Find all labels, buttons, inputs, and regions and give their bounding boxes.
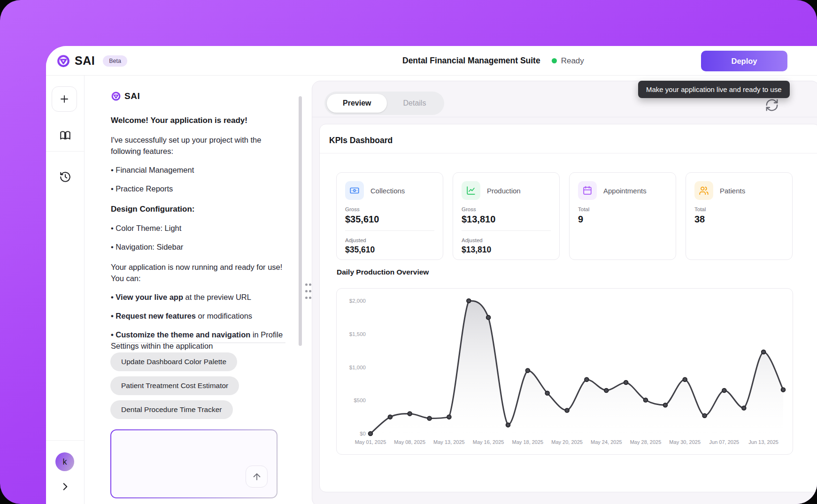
preview-tabs: Preview Details [324,92,444,115]
user-avatar[interactable]: k [55,452,74,471]
chat-brand-name: SAI [124,91,140,101]
kpi-divider [345,230,434,231]
library-book-icon[interactable] [59,130,71,142]
list-item: • Practice Reports [111,183,288,195]
kpi-card-production: ProductionGross$13,810Adjusted$13,810 [453,172,560,260]
dashboard-divider [320,153,817,153]
new-chat-button[interactable] [52,86,77,112]
chevron-right-icon[interactable] [59,481,71,493]
x-tick-label: May 24, 2025 [591,439,622,445]
preview-panel: Preview Details KPIs Dashboard Collectio… [312,81,817,504]
chart-point [526,368,530,373]
chart-point [545,391,549,395]
status-indicator: Ready [552,56,584,66]
history-icon[interactable] [59,171,71,183]
banknote-icon [345,181,364,200]
deploy-tooltip: Make your application live and ready to … [638,81,790,98]
welcome-heading: Welcome! Your application is ready! [111,115,288,127]
plus-icon [59,93,70,105]
chart-point [467,299,471,303]
capability-item: • Request new features or modifications [111,310,288,322]
kpi-metric-label: Total [694,206,784,212]
chart-point [762,350,766,354]
app-surface: SAI Beta Dental Financial Management Sui… [46,46,817,504]
capability-item: • View your live app at the preview URL [111,291,288,303]
chart-point [624,381,628,385]
sai-logo-icon-small [111,91,121,101]
design-list: • Color Theme: Light• Navigation: Sideba… [111,222,288,253]
kpi-card-patients: PatientsTotal38 [686,172,793,260]
x-tick-label: May 20, 2025 [551,439,583,445]
chart-line-icon [462,181,480,200]
brand-logo: SAI Beta [56,46,127,76]
y-tick-label: $1,500 [349,331,366,337]
app-window: SAI Beta Dental Financial Management Sui… [0,0,817,504]
kpi-label: Collections [370,187,405,195]
kpi-card-appointments: AppointmentsTotal9 [569,172,676,260]
y-tick-label: $2,000 [349,298,366,304]
list-item: • Financial Management [111,164,288,176]
suggestion-chip[interactable]: Update Dashboard Color Palette [110,352,237,371]
kpi-metric-value: 9 [578,214,667,225]
refresh-icon[interactable] [765,98,779,112]
kpi-card-collections: CollectionsGross$35,610Adjusted$35,610 [336,172,443,260]
chart-point [702,414,707,418]
kpi-label: Patients [720,187,745,195]
chart-point [506,423,510,427]
daily-production-chart: $0$500$1,000$1,500$2,000May 01, 2025May … [336,288,793,455]
chart-point [585,377,589,382]
status-label: Ready [561,56,584,66]
chat-input[interactable] [116,434,247,494]
y-tick-label: $1,000 [349,365,366,370]
send-button[interactable] [246,466,268,488]
dashboard-title: KPIs Dashboard [329,136,393,145]
x-tick-label: May 08, 2025 [394,439,425,445]
chart-point [722,389,726,393]
kpi-metric-label: Gross [345,206,434,212]
intro-text: I've successfully set up your project wi… [111,134,288,158]
kpi-metric-value: $35,610 [345,214,434,225]
icon-rail: k [46,76,85,504]
x-tick-label: May 13, 2025 [433,439,465,445]
area-chart: $0$500$1,000$1,500$2,000May 01, 2025May … [337,289,793,454]
x-tick-label: May 01, 2025 [355,439,386,445]
chart-point [486,315,491,320]
tab-preview[interactable]: Preview [327,94,387,113]
deploy-button[interactable]: Deploy [701,51,787,71]
feature-list: • Financial Management• Practice Reports [111,164,288,195]
kpi-divider [462,230,551,231]
rail-divider [46,151,84,152]
kpi-metric-value: $13,810 [462,214,551,225]
arrow-up-icon [252,472,262,482]
chart-section-title: Daily Production Overview [337,268,429,276]
chart-point [683,377,687,382]
kpi-metric-label: Total [578,206,667,212]
list-item: • Color Theme: Light [111,222,288,234]
chart-point [447,415,451,419]
kpi-metric-label: Gross [462,206,551,212]
sai-logo-icon [56,54,70,68]
chart-point [742,406,746,410]
tab-details[interactable]: Details [387,94,442,113]
status-dot [552,58,557,63]
kpi-metric-value: $35,610 [345,245,434,255]
chart-point [408,412,412,416]
design-heading: Design Configuration: [111,203,288,215]
app-preview-frame: KPIs Dashboard CollectionsGross$35,610Ad… [319,124,817,492]
message-divider [111,343,285,343]
x-tick-label: May 28, 2025 [630,439,662,445]
x-tick-label: Jun 13, 2025 [748,439,778,445]
app-title: Dental Financial Management Suite [402,56,540,66]
suggestion-chip[interactable]: Patient Treatment Cost Estimator [110,376,239,395]
calendar-icon [578,181,597,200]
chat-scrollbar[interactable] [299,96,302,346]
y-tick-label: $500 [354,397,366,403]
chart-point [663,403,668,407]
kpi-metric-label: Adjusted [462,237,551,243]
brand-name: SAI [75,54,95,68]
y-tick-label: $0 [360,431,366,436]
suggestion-chip[interactable]: Dental Procedure Time Tracker [110,400,233,419]
kpi-card-row: CollectionsGross$35,610Adjusted$35,610Pr… [336,172,793,260]
kpi-metric-label: Adjusted [345,237,434,243]
chart-point [565,408,569,412]
